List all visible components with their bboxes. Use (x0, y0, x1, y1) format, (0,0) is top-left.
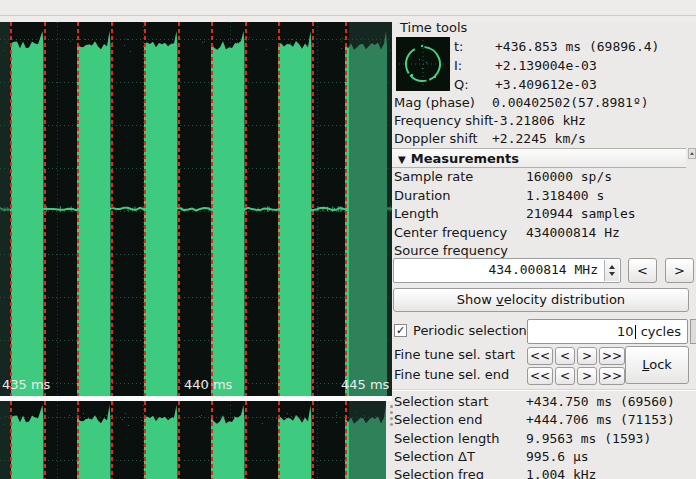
iq-row-t: t: +436.853 ms (69896.4) (392, 39, 696, 55)
signal-trace (0, 22, 392, 396)
lock-button[interactable]: Lock (625, 346, 689, 384)
selection-cycle-marker (278, 401, 280, 479)
fine-tune-start-fast-back-button[interactable]: << (527, 347, 553, 365)
selection-freq-row: Selection freq 1.004 kHz (392, 467, 696, 479)
fine-tune-start-fast-forward-button[interactable]: >> (599, 347, 625, 365)
check-icon: ✓ (396, 324, 405, 337)
show-velocity-distribution-button[interactable]: Show velocity distribution (393, 288, 689, 312)
selection-cycle-marker (111, 22, 113, 396)
selection-cycle-marker (211, 22, 213, 396)
frequency-prev-button[interactable]: < (628, 258, 657, 283)
selection-cycle-marker (44, 22, 46, 396)
selection-cycle-marker (345, 22, 347, 396)
selection-cycle-marker (10, 22, 12, 396)
time-axis-label: 435 ms (2, 377, 50, 392)
selection-cycle-marker (345, 401, 347, 479)
fine-tune-end-back-button[interactable]: < (555, 367, 575, 385)
length-row: Length 210944 samples (392, 206, 696, 222)
selection-cycle-marker (144, 22, 146, 396)
source-frequency-row: Source frequency (392, 243, 696, 259)
selection-cycle-marker (312, 22, 314, 396)
selection-cycle-marker (178, 401, 180, 479)
selection-cycle-marker (111, 401, 113, 479)
selection-cycle-marker (44, 401, 46, 479)
side-panel: Time tools t: +436.853 ms (69896.4) I: +… (392, 17, 696, 479)
application-window: 435 ms440 ms445 ms Time tools t: +436.85… (0, 0, 696, 479)
fine-tune-start-buttons: << < > >> (527, 347, 625, 365)
selection-cycle-marker (312, 401, 314, 479)
outside-selection-shade (349, 22, 392, 396)
duration-row: Duration 1.318400 s (392, 188, 696, 204)
cycles-spinner-clipped[interactable] (690, 319, 696, 344)
selection-delta-t-row: Selection ΔT 995.6 µs (392, 449, 696, 465)
fine-tune-end-forward-button[interactable]: > (577, 367, 597, 385)
selection-end-row: Selection end +444.706 ms (71153) (392, 412, 696, 428)
frequency-shift-row: Frequency shift -3.21806 kHz (392, 113, 696, 129)
iq-row-q: Q: +3.409612e-03 (392, 77, 696, 93)
doppler-shift-row: Doppler shift +2.2245 km/s (392, 131, 696, 147)
selection-cycle-marker (211, 401, 213, 479)
measurements-header-label: Measurements (411, 151, 519, 166)
outside-selection-shade (0, 401, 10, 479)
fine-tune-end-fast-back-button[interactable]: << (527, 367, 553, 385)
selection-cycle-marker (10, 401, 12, 479)
selection-cycle-marker (178, 22, 180, 396)
signal-trace (0, 401, 386, 479)
cycles-value: 10 (617, 324, 634, 339)
fine-tune-end-fast-forward-button[interactable]: >> (599, 367, 625, 385)
outside-selection-shade (349, 401, 386, 479)
text-caret (635, 325, 636, 339)
mag-phase-row: Mag (phase) 0.00402502(57.8981º) (392, 95, 696, 111)
fine-tune-end-buttons: << < > >> (527, 367, 625, 385)
cycles-input[interactable]: 10cycles (527, 319, 688, 344)
fine-tune-start-label: Fine tune sel. start (394, 347, 515, 362)
outside-selection-shade (0, 22, 10, 396)
selection-cycle-marker (144, 401, 146, 479)
selection-cycle-marker (278, 22, 280, 396)
toolbar-divider (0, 15, 696, 16)
frequency-spinner[interactable] (604, 260, 619, 281)
frequency-spinbox[interactable]: 434.000814 MHz (393, 258, 621, 283)
section-separator (392, 389, 696, 390)
selection-cycle-marker (77, 401, 79, 479)
fine-tune-start-back-button[interactable]: < (555, 347, 575, 365)
time-axis-label: 445 ms (341, 377, 389, 392)
selection-cycle-marker (245, 22, 247, 396)
selection-start-row: Selection start +434.750 ms (69560) (392, 394, 696, 410)
frequency-next-button[interactable]: > (665, 258, 694, 283)
measurements-section-header[interactable]: ▼Measurements (392, 148, 686, 168)
selection-cycle-marker (245, 401, 247, 479)
panel-scroll-up-button[interactable] (688, 148, 696, 159)
sample-rate-row: Sample rate 160000 sp/s (392, 169, 696, 185)
fine-tune-start-forward-button[interactable]: > (577, 347, 597, 365)
center-frequency-row: Center frequency 434000814 Hz (392, 225, 696, 241)
waveform-display-upper[interactable]: 435 ms440 ms445 ms (0, 22, 392, 396)
frequency-value: 434.000814 MHz (488, 262, 598, 277)
waveform-display-lower[interactable] (0, 401, 386, 479)
time-axis-label: 440 ms (184, 377, 232, 392)
periodic-selection-checkbox[interactable]: ✓ (394, 324, 407, 337)
time-tools-title: Time tools (400, 20, 467, 35)
cycles-suffix: cycles (641, 324, 681, 339)
spin-up-icon[interactable] (609, 265, 615, 269)
collapse-triangle-icon: ▼ (398, 154, 406, 165)
periodic-selection-label: Periodic selection (413, 323, 527, 338)
selection-length-row: Selection length 9.9563 ms (1593) (392, 431, 696, 447)
selection-cycle-marker (77, 22, 79, 396)
spin-down-icon[interactable] (609, 272, 615, 276)
iq-row-i: I: +2.139004e-03 (392, 58, 696, 74)
fine-tune-end-label: Fine tune sel. end (394, 367, 509, 382)
